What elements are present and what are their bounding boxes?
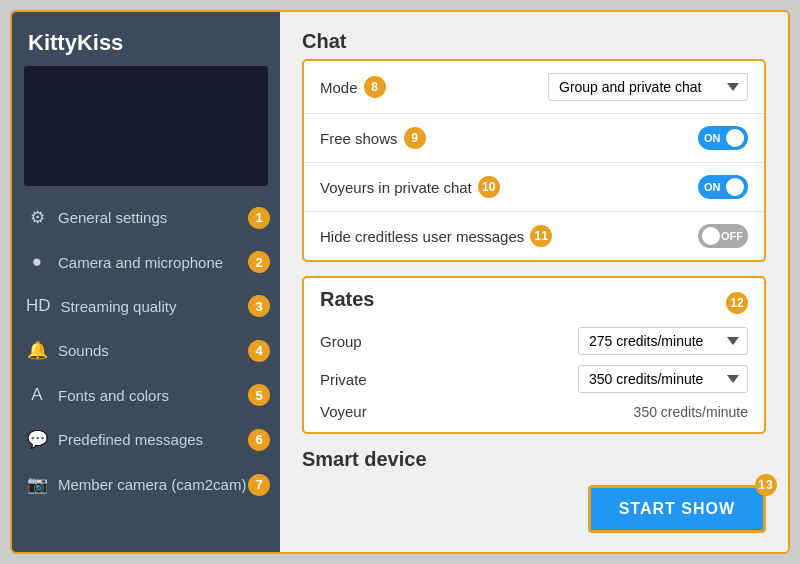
hide-creditless-toggle-label: OFF — [721, 230, 743, 242]
sidebar-label-sounds: Sounds — [58, 342, 109, 359]
free-shows-label: Free shows — [320, 130, 398, 147]
hide-creditless-label: Hide creditless user messages — [320, 228, 524, 245]
free-shows-badge: 9 — [404, 127, 426, 149]
chat-row-mode: Mode 8 Group and private chat Private ch… — [304, 61, 764, 114]
chat-mode-badge: 8 — [364, 76, 386, 98]
app-window: KittyKiss ⚙ General settings 1 ● Camera … — [10, 10, 790, 554]
start-show-button[interactable]: 13 START SHOW — [588, 485, 766, 533]
chat-row-hide-creditless: Hide creditless user messages 11 OFF — [304, 212, 764, 260]
hide-creditless-toggle[interactable]: OFF — [698, 224, 748, 248]
rates-section-box: Rates 12 Group 275 credits/minute 300 cr… — [302, 276, 766, 434]
bottom-section: Smart device 13 START SHOW — [302, 448, 766, 533]
sidebar-badge-camera-microphone: 2 — [248, 251, 270, 273]
sidebar-badge-fonts-colors: 5 — [248, 384, 270, 406]
rate-group-select[interactable]: 275 credits/minute 300 credits/minute 35… — [578, 327, 748, 355]
member-camera-icon: 📷 — [26, 474, 48, 495]
camera-microphone-icon: ● — [26, 252, 48, 272]
start-show-badge: 13 — [755, 474, 777, 496]
rate-row-group: Group 275 credits/minute 300 credits/min… — [320, 327, 748, 355]
voyeurs-badge: 10 — [478, 176, 500, 198]
sidebar-label-general-settings: General settings — [58, 209, 167, 226]
predefined-messages-icon: 💬 — [26, 429, 48, 450]
general-settings-icon: ⚙ — [26, 207, 48, 228]
sidebar-item-member-camera[interactable]: 📷 Member camera (cam2cam) 7 — [12, 463, 280, 506]
sidebar-item-predefined-messages[interactable]: 💬 Predefined messages 6 — [12, 418, 280, 461]
voyeurs-label: Voyeurs in private chat — [320, 179, 472, 196]
sidebar-item-camera-microphone[interactable]: ● Camera and microphone 2 — [12, 241, 280, 283]
chat-section-title: Chat — [302, 30, 766, 53]
hide-creditless-badge: 11 — [530, 225, 552, 247]
sounds-icon: 🔔 — [26, 340, 48, 361]
sidebar-nav: ⚙ General settings 1 ● Camera and microp… — [12, 196, 280, 514]
voyeurs-toggle[interactable]: ON — [698, 175, 748, 199]
rate-row-voyeur: Voyeur 350 credits/minute — [320, 403, 748, 420]
hide-creditless-thumb — [702, 227, 720, 245]
streaming-quality-icon: HD — [26, 296, 51, 316]
camera-preview — [24, 66, 268, 186]
rates-section: Rates 12 Group 275 credits/minute 300 cr… — [302, 276, 766, 434]
sidebar-label-predefined-messages: Predefined messages — [58, 431, 203, 448]
chat-mode-select[interactable]: Group and private chat Private chat only… — [548, 73, 748, 101]
free-shows-thumb — [726, 129, 744, 147]
sidebar-badge-sounds: 4 — [248, 340, 270, 362]
sidebar-item-fonts-colors[interactable]: A Fonts and colors 5 — [12, 374, 280, 416]
free-shows-toggle-label: ON — [704, 132, 721, 144]
rate-private-select[interactable]: 350 credits/minute 275 credits/minute 30… — [578, 365, 748, 393]
chat-row-free-shows: Free shows 9 ON — [304, 114, 764, 163]
voyeurs-thumb — [726, 178, 744, 196]
chat-section: Chat Mode 8 Group and private chat Priva… — [302, 30, 766, 262]
fonts-colors-icon: A — [26, 385, 48, 405]
sidebar-label-camera-microphone: Camera and microphone — [58, 254, 223, 271]
rate-voyeur-label: Voyeur — [320, 403, 367, 420]
smart-device-title: Smart device — [302, 448, 766, 471]
sidebar-badge-general-settings: 1 — [248, 207, 270, 229]
sidebar-item-sounds[interactable]: 🔔 Sounds 4 — [12, 329, 280, 372]
sidebar-badge-predefined-messages: 6 — [248, 429, 270, 451]
chat-section-box: Mode 8 Group and private chat Private ch… — [302, 59, 766, 262]
app-title: KittyKiss — [12, 12, 280, 66]
sidebar-label-fonts-colors: Fonts and colors — [58, 387, 169, 404]
sidebar-label-streaming-quality: Streaming quality — [61, 298, 177, 315]
rate-group-label: Group — [320, 333, 362, 350]
chat-row-voyeurs: Voyeurs in private chat 10 ON — [304, 163, 764, 212]
sidebar-label-member-camera: Member camera (cam2cam) — [58, 476, 246, 493]
sidebar-badge-streaming-quality: 3 — [248, 295, 270, 317]
rate-row-private: Private 350 credits/minute 275 credits/m… — [320, 365, 748, 393]
sidebar-badge-member-camera: 7 — [248, 474, 270, 496]
voyeurs-toggle-label: ON — [704, 181, 721, 193]
rates-section-title: Rates — [320, 288, 374, 311]
rates-badge: 12 — [726, 292, 748, 314]
start-show-label: START SHOW — [619, 500, 735, 517]
rate-voyeur-value: 350 credits/minute — [634, 404, 748, 420]
rate-private-label: Private — [320, 371, 367, 388]
sidebar: KittyKiss ⚙ General settings 1 ● Camera … — [12, 12, 280, 552]
sidebar-item-streaming-quality[interactable]: HD Streaming quality 3 — [12, 285, 280, 327]
main-content: Chat Mode 8 Group and private chat Priva… — [280, 12, 788, 552]
sidebar-item-general-settings[interactable]: ⚙ General settings 1 — [12, 196, 280, 239]
chat-mode-label: Mode — [320, 79, 358, 96]
free-shows-toggle[interactable]: ON — [698, 126, 748, 150]
